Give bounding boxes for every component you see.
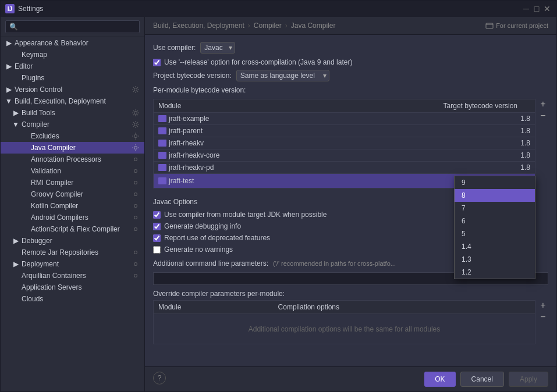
apply-button[interactable]: Apply [509,372,548,387]
sidebar-item-build-tools[interactable]: ▶ Build Tools [1,107,144,119]
sidebar-item-android-compilers[interactable]: Android Compilers [1,212,144,223]
dropdown-item-13[interactable]: 1.3 [455,253,535,266]
sidebar-item-annotation-processors[interactable]: Annotation Processors [1,154,144,165]
sidebar-item-compiler[interactable]: ▼ Compiler [1,119,144,130]
sidebar-item-debugger[interactable]: ▶ Debugger [1,235,144,247]
sidebar-item-arquillian[interactable]: Arquillian Containers [1,270,144,281]
sidebar: ▶ Appearance & Behavior Keymap ▶ Editor … [1,17,145,391]
sidebar-item-label: Arquillian Containers [22,272,132,280]
table-row[interactable]: jraft-rheakv 1.8 [154,137,535,149]
folder-icon [158,115,166,122]
sidebar-item-label: Annotation Processors [31,155,132,163]
javac-option-checkbox-3[interactable] [153,246,161,254]
sidebar-item-validation[interactable]: Validation [1,165,144,177]
breadcrumb-part2: Compiler [254,22,282,30]
panel-body: Use compiler: Javac Use '--release' opti… [145,35,556,366]
remove-override-button[interactable]: − [538,312,548,322]
gear-icon [132,179,140,187]
breadcrumb-sep2: › [285,22,288,30]
gear-icon [132,190,140,198]
module-cell: jraft-rheakv-pd [154,162,315,174]
svg-point-7 [134,181,137,184]
compiler-select[interactable]: Javac [200,42,235,54]
sidebar-item-rmi-compiler[interactable]: RMI Compiler [1,177,144,188]
folder-icon [158,152,166,159]
dropdown-item-7[interactable]: 7 [455,202,535,215]
svg-point-10 [134,216,137,219]
javac-option-label-1: Generate debugging info [164,222,241,230]
javac-option-checkbox-0[interactable] [153,211,161,219]
sidebar-item-version-control[interactable]: ▶ Version Control [1,84,144,95]
release-option-checkbox[interactable] [153,59,161,66]
version-cell: 1.8 [315,162,535,174]
expand-icon: ▶ [5,86,12,93]
sidebar-item-plugins[interactable]: Plugins [1,72,144,84]
dropdown-item-12[interactable]: 1.2 [455,266,535,279]
minimize-button[interactable]: ─ [521,4,531,13]
svg-point-5 [134,158,137,161]
javac-option-label-3: Generate no warnings [164,245,233,254]
sidebar-item-label: Debugger [22,237,140,245]
dropdown-item-8[interactable]: 8 [455,189,535,202]
svg-point-8 [134,193,137,196]
version-cell: 1.8 [315,125,535,137]
sidebar-item-label: Appearance & Behavior [15,39,140,47]
expand-icon: ▶ [12,237,19,244]
dropdown-item-9[interactable]: 9 [455,176,535,189]
gear-icon [132,167,140,175]
javac-option-label-2: Report use of deprecated features [164,234,270,242]
folder-icon [158,140,166,147]
svg-point-4 [134,147,137,149]
add-override-button[interactable]: + [538,300,548,311]
add-row-button[interactable]: + [538,99,548,109]
override-empty-msg: Additional compilation options will be t… [154,314,535,344]
expand-icon: ▶ [5,63,12,70]
sidebar-item-groovy-compiler[interactable]: Groovy Compiler [1,188,144,200]
override-table-wrapper: Module Compilation options Additional co… [153,300,548,344]
bytecode-table-container: Module Target bytecode version jr [153,99,548,194]
sidebar-item-label: Validation [31,167,132,175]
sidebar-item-remote-jar[interactable]: Remote Jar Repositories [1,247,144,258]
dropdown-item-6[interactable]: 6 [455,215,535,227]
javac-option-checkbox-1[interactable] [153,223,161,230]
remove-row-button[interactable]: − [538,111,548,121]
sidebar-item-clouds[interactable]: Clouds [1,293,144,305]
sidebar-item-excludes[interactable]: Excludes [1,130,144,142]
sidebar-item-label: ActionScript & Flex Compiler [31,225,132,233]
gear-icon [132,109,140,117]
sidebar-item-editor[interactable]: ▶ Editor [1,60,144,72]
override-empty-row: Additional compilation options will be t… [154,314,535,344]
dropdown-item-14[interactable]: 1.4 [455,240,535,253]
table-row[interactable]: jraft-rheakv-core 1.8 [154,149,535,162]
table-row[interactable]: jraft-rheakv-pd 1.8 [154,162,535,174]
module-cell: jraft-parent [154,125,315,137]
sidebar-item-kotlin-compiler[interactable]: Kotlin Compiler [1,200,144,212]
release-option-label: Use '--release' option for cross-compila… [164,58,352,66]
spacer [171,372,420,387]
sidebar-item-java-compiler[interactable]: Java Compiler [1,142,144,154]
sidebar-item-build-execution[interactable]: ▼ Build, Execution, Deployment [1,95,144,107]
search-input[interactable] [5,20,140,33]
sidebar-item-deployment[interactable]: ▶ Deployment [1,258,144,270]
col-module: Module [154,99,315,113]
sidebar-item-label: Compiler [22,120,132,129]
close-button[interactable]: ✕ [542,4,552,13]
sidebar-item-actionscript[interactable]: ActionScript & Flex Compiler [1,223,144,235]
dropdown-item-5[interactable]: 5 [455,227,535,240]
expand-icon: ▼ [5,98,12,105]
maximize-button[interactable]: □ [532,4,541,13]
help-button[interactable]: ? [153,372,166,384]
gear-icon [132,248,140,256]
table-row[interactable]: jraft-parent 1.8 [154,125,535,137]
sidebar-item-app-servers[interactable]: Application Servers [1,281,144,293]
gear-icon [132,155,140,163]
cancel-button[interactable]: Cancel [460,372,504,387]
sidebar-item-appearance[interactable]: ▶ Appearance & Behavior [1,37,144,49]
ok-button[interactable]: OK [424,372,455,387]
table-row[interactable]: jraft-example 1.8 [154,113,535,125]
sidebar-item-keymap[interactable]: Keymap [1,49,144,60]
bottom-bar: ? OK Cancel Apply [145,366,556,391]
sidebar-item-label: Clouds [22,295,140,303]
bytecode-version-select[interactable]: Same as language level [236,70,329,81]
javac-option-checkbox-2[interactable] [153,234,161,242]
